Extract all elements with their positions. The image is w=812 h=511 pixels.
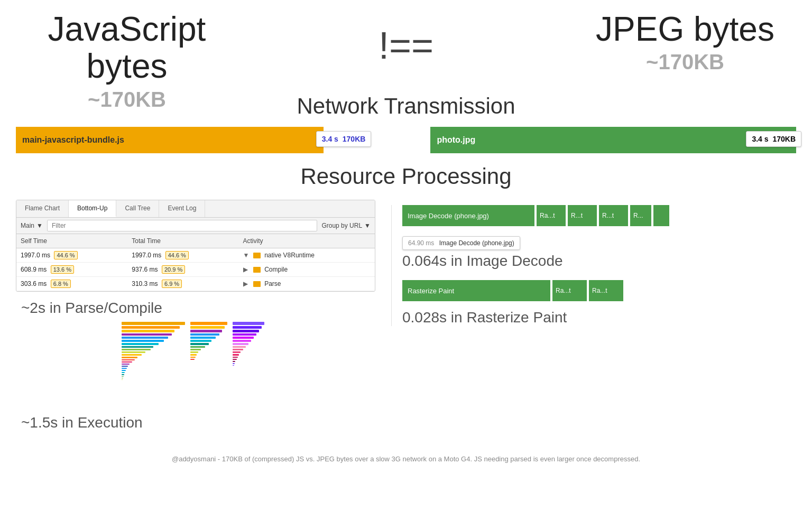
activity-2: ▶ Compile bbox=[239, 263, 375, 277]
js-tooltip-size: 170KB bbox=[343, 135, 366, 143]
main-dropdown-label: Main bbox=[21, 222, 34, 229]
svg-rect-46 bbox=[233, 354, 239, 356]
js-network-bar: main-javascript-bundle.js 3.4 s 170KB bbox=[16, 127, 324, 153]
svg-rect-34 bbox=[190, 357, 196, 358]
table-row: 303.6 ms 6.8 % 310.3 ms 6.9 % ▶ Parse bbox=[16, 277, 375, 291]
col-activity[interactable]: Activity bbox=[239, 234, 375, 248]
svg-rect-14 bbox=[122, 364, 130, 365]
folder-icon bbox=[253, 267, 261, 273]
decode-small-bar-2: R...t bbox=[568, 205, 597, 226]
decode-small-bar-5 bbox=[653, 205, 669, 226]
tab-flame-chart[interactable]: Flame Chart bbox=[16, 200, 69, 217]
js-bar-tooltip: 3.4 s 170KB bbox=[316, 131, 372, 147]
decode-small-bar-3: R...t bbox=[599, 205, 628, 226]
tooltip-ms: 64.90 ms bbox=[408, 239, 434, 247]
svg-rect-47 bbox=[233, 357, 238, 358]
svg-rect-29 bbox=[190, 343, 209, 345]
jpeg-tooltip-time: 3.4 s bbox=[752, 135, 768, 143]
col-self-time[interactable]: Self Time bbox=[16, 234, 127, 248]
svg-rect-12 bbox=[122, 359, 135, 360]
svg-rect-9 bbox=[122, 351, 145, 353]
network-title: Network Transmission bbox=[238, 94, 574, 119]
main-dropdown[interactable]: Main ▼ bbox=[21, 222, 43, 229]
footer-text: @addyosmani - 170KB of (compressed) JS v… bbox=[16, 450, 796, 468]
svg-rect-41 bbox=[233, 340, 251, 342]
network-bars-section: main-javascript-bundle.js 3.4 s 170KB ph… bbox=[16, 127, 796, 153]
not-equal-sign: !== bbox=[379, 24, 433, 67]
svg-rect-48 bbox=[233, 359, 237, 360]
left-panel: Flame Chart Bottom-Up Call Tree Event Lo… bbox=[16, 200, 375, 434]
image-decode-section: Image Decode (phone.jpg) 64.90 ms Image … bbox=[402, 205, 796, 226]
tooltip-label: Image Decode (phone.jpg) bbox=[439, 239, 514, 247]
js-title: JavaScript bytes bbox=[16, 11, 238, 85]
svg-rect-20 bbox=[122, 376, 124, 377]
decode-main-bar: Image Decode (phone.jpg) 64.90 ms Image … bbox=[402, 205, 534, 226]
svg-rect-44 bbox=[233, 349, 243, 350]
devtools-toolbar: Main ▼ Group by URL ▼ bbox=[16, 218, 375, 234]
middle-column: !== Network Transmission bbox=[238, 11, 574, 119]
col-total-time[interactable]: Total Time bbox=[127, 234, 238, 248]
js-bytes-column: JavaScript bytes ~170KB bbox=[16, 11, 238, 112]
js-size: ~170KB bbox=[16, 88, 238, 112]
total-time-3: 310.3 ms 6.9 % bbox=[127, 277, 238, 291]
table-row: 1997.0 ms 44.6 % 1997.0 ms 44.6 % ▼ nati… bbox=[16, 248, 375, 263]
rasterize-section: Rasterize Paint Ra...t Ra...t 0.028s in … bbox=[402, 280, 796, 326]
tab-call-tree[interactable]: Call Tree bbox=[116, 200, 159, 217]
resource-processing-title: Resource Processing bbox=[16, 164, 796, 189]
self-time-1: 1997.0 ms 44.6 % bbox=[16, 248, 127, 263]
filter-input[interactable] bbox=[47, 220, 318, 231]
main-dropdown-arrow: ▼ bbox=[36, 222, 43, 229]
svg-rect-36 bbox=[233, 322, 264, 325]
tab-event-log[interactable]: Event Log bbox=[159, 200, 205, 217]
svg-rect-32 bbox=[190, 351, 198, 353]
js-bar-label: main-javascript-bundle.js bbox=[22, 135, 124, 145]
right-panel-inner: Image Decode (phone.jpg) 64.90 ms Image … bbox=[391, 205, 796, 326]
jpeg-title: JPEG bytes bbox=[574, 11, 796, 48]
svg-rect-33 bbox=[190, 354, 197, 356]
svg-rect-40 bbox=[233, 337, 254, 339]
rasterize-main-bar: Rasterize Paint bbox=[402, 280, 550, 301]
svg-rect-22 bbox=[122, 379, 123, 380]
svg-rect-23 bbox=[190, 322, 227, 325]
performance-table: Self Time Total Time Activity 1997.0 ms … bbox=[16, 234, 375, 291]
decode-bars: Image Decode (phone.jpg) 64.90 ms Image … bbox=[402, 205, 796, 226]
svg-rect-15 bbox=[122, 366, 128, 367]
svg-rect-28 bbox=[190, 340, 211, 342]
svg-rect-31 bbox=[190, 349, 201, 350]
execution-annotation: ~1.5s in Execution bbox=[21, 414, 375, 431]
decode-tooltip: 64.90 ms Image Decode (phone.jpg) bbox=[402, 236, 520, 250]
tab-bottom-up[interactable]: Bottom-Up bbox=[69, 200, 116, 217]
page-wrapper: JavaScript bytes ~170KB !== Network Tran… bbox=[0, 0, 812, 479]
main-content: Flame Chart Bottom-Up Call Tree Event Lo… bbox=[16, 200, 796, 434]
jpeg-network-bar: photo.jpg 3.4 s 170KB bbox=[430, 127, 796, 153]
svg-rect-51 bbox=[233, 365, 234, 366]
group-by-dropdown[interactable]: Group by URL ▼ bbox=[321, 222, 371, 229]
flame-chart-visual bbox=[16, 322, 375, 406]
svg-rect-27 bbox=[190, 337, 216, 339]
total-time-1: 1997.0 ms 44.6 % bbox=[127, 248, 238, 263]
svg-rect-13 bbox=[122, 361, 132, 363]
jpeg-bar-container: photo.jpg 3.4 s 170KB bbox=[411, 127, 796, 153]
svg-rect-26 bbox=[190, 333, 219, 336]
js-bar-container: main-javascript-bundle.js 3.4 s 170KB bbox=[16, 127, 401, 153]
svg-rect-25 bbox=[190, 330, 222, 332]
folder-icon bbox=[253, 253, 261, 258]
rasterize-bars: Rasterize Paint Ra...t Ra...t bbox=[402, 280, 796, 301]
svg-rect-37 bbox=[233, 326, 262, 329]
svg-rect-16 bbox=[122, 368, 127, 369]
flame-chart-svg bbox=[122, 322, 270, 406]
rasterize-bar-label: Rasterize Paint bbox=[408, 287, 454, 295]
svg-rect-1 bbox=[122, 326, 180, 329]
svg-rect-8 bbox=[122, 349, 151, 350]
jpeg-size: ~170KB bbox=[574, 50, 796, 74]
devtools-panel: Flame Chart Bottom-Up Call Tree Event Lo… bbox=[16, 200, 375, 292]
jpeg-bar-label: photo.jpg bbox=[437, 135, 475, 145]
svg-rect-43 bbox=[233, 346, 246, 348]
svg-rect-18 bbox=[122, 372, 125, 373]
svg-rect-2 bbox=[122, 330, 174, 332]
decode-bar-label: Image Decode (phone.jpg) bbox=[408, 212, 489, 220]
jpeg-bytes-column: JPEG bytes ~170KB bbox=[574, 11, 796, 74]
svg-rect-50 bbox=[233, 363, 235, 364]
svg-rect-7 bbox=[122, 346, 153, 348]
activity-3: ▶ Parse bbox=[239, 277, 375, 291]
